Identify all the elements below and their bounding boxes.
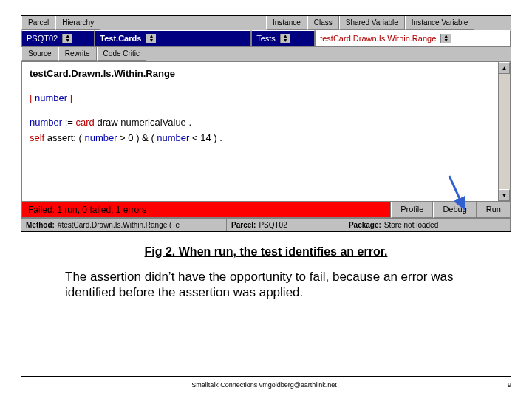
tab-instancevar[interactable]: Instance Variable [405,16,475,30]
pane-method-value: testCard.Drawn.Is.Within.Range [316,33,440,44]
run-button[interactable]: Run [477,202,511,218]
code-line-3: self assert: ( number > 0 ) & ( number <… [30,132,491,143]
profile-button[interactable]: Profile [391,202,433,218]
scroll-up-icon[interactable]: ▲ [499,62,510,74]
footer-method: Method:#testCard.Drawn.Is.Within.Range (… [21,219,227,231]
tabrow-left: Parcel Hierarchy [21,16,266,30]
figure-caption: Fig 2. When run, the test identifies an … [21,245,511,259]
tab-hierarchy[interactable]: Hierarchy [55,16,100,30]
pane-protocol-value: Tests [252,33,280,44]
selector-panes: PSQT02 ▲▼ Test.Cards ▲▼ Tests ▲▼ testCar… [21,30,511,47]
tabrow-code: Source Rewrite Code Critic [21,47,511,61]
tab-source[interactable]: Source [21,47,58,61]
body-paragraph: The assertion didn’t have the opportunit… [65,269,498,301]
debug-button[interactable]: Debug [433,202,476,218]
ide-window: Parcel Hierarchy Instance Class Shared V… [21,15,511,232]
scroll-track[interactable] [499,74,510,189]
scroll-down-icon[interactable]: ▼ [499,189,510,201]
tab-codecritic[interactable]: Code Critic [97,47,146,61]
pane-package-value: PSQT02 [22,33,62,44]
pane-class[interactable]: Test.Cards ▲▼ [95,30,251,47]
pane-class-value: Test.Cards [95,33,146,44]
page-footer: Smalltalk Connections vmgoldberg@earthli… [21,376,511,389]
code-editor[interactable]: testCard.Drawn.Is.Within.Range | number … [21,61,511,202]
pane-method-menu[interactable]: ▲▼ [440,34,451,43]
code-line-2: number := card draw numericalValue . [30,117,491,128]
status-bar: Failed: 1 run, 0 failed, 1 errors [21,202,391,218]
pane-method[interactable]: testCard.Drawn.Is.Within.Range ▲▼ [315,30,511,47]
footer-bar: Method:#testCard.Drawn.Is.Within.Range (… [21,218,511,231]
code-line-1: | number | [30,92,491,103]
run-button-group: Profile Debug Run [391,202,511,218]
pane-class-menu[interactable]: ▲▼ [146,34,156,43]
footer-package: Package:Store not loaded [344,219,511,231]
tab-parcel[interactable]: Parcel [21,16,55,30]
page-number: 9 [508,381,511,389]
credit-text: Smalltalk Connections vmgoldberg@earthli… [191,381,337,389]
tab-sharedvar[interactable]: Shared Variable [339,16,405,30]
tab-instance[interactable]: Instance [266,16,307,30]
code-body: testCard.Drawn.Is.Within.Range | number … [22,62,498,201]
tab-class[interactable]: Class [307,16,339,30]
pane-protocol-menu[interactable]: ▲▼ [280,34,290,43]
tab-rewrite[interactable]: Rewrite [58,47,97,61]
pane-protocol[interactable]: Tests ▲▼ [251,30,315,47]
code-scrollbar[interactable]: ▲ ▼ [498,62,510,201]
pane-package[interactable]: PSQT02 ▲▼ [21,30,95,47]
pane-package-menu[interactable]: ▲▼ [62,34,72,43]
tabrow-right: Instance Class Shared Variable Instance … [266,16,511,30]
status-row: Failed: 1 run, 0 failed, 1 errors Profil… [21,202,511,218]
footer-parcel: Parcel:PSQT02 [227,219,344,231]
method-title: testCard.Drawn.Is.Within.Range [30,68,491,79]
